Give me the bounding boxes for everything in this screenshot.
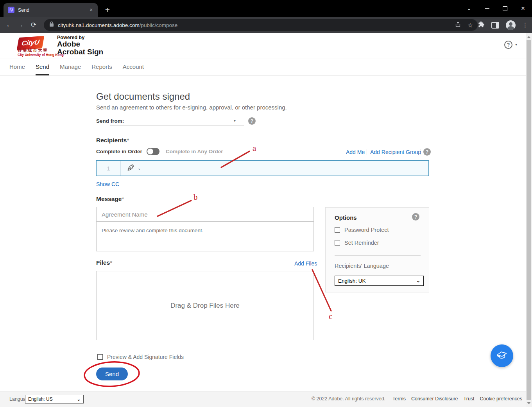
footer-language-select[interactable]: English: US ⌄ [25,395,84,403]
recipient-number: 1 [97,161,121,176]
set-reminder-label: Set Reminder [344,240,379,246]
forward-icon[interactable]: → [15,17,26,33]
footer-link-cookie-preferences[interactable]: Cookie preferences [480,396,522,402]
profile-avatar[interactable] [506,20,516,30]
add-recipient-group-link[interactable]: Add Recipient Group [370,149,421,155]
back-icon[interactable]: ← [4,17,15,33]
footer-link-trust[interactable]: Trust [464,396,475,402]
nav-item-manage[interactable]: Manage [60,59,81,75]
signer-pen-icon[interactable] [127,163,135,173]
nav-item-send[interactable]: Send [36,59,49,75]
show-cc-link[interactable]: Show CC [96,181,119,187]
required-asterisk: * [122,195,124,202]
order-toggle[interactable] [147,148,159,155]
new-tab-button[interactable]: + [102,4,113,15]
copyright-text: © 2022 Adobe. All rights reserved. [312,396,385,402]
cityu-logo-chinese: 香港城市大學 [18,48,48,53]
tab-close-icon[interactable]: ✕ [88,7,95,14]
recipients-label: Recipients* [96,137,129,144]
bookmark-star-icon[interactable]: ☆ [468,22,473,29]
help-icon[interactable]: ? [504,41,512,49]
required-asterisk: * [127,137,129,143]
send-from-dropdown[interactable]: ▾ [110,115,244,126]
password-protect-checkbox[interactable] [335,227,340,233]
acrobat-sign-brand: Acrobat Sign [57,48,103,56]
scrollbar-up-arrow[interactable] [527,36,531,38]
link-divider [421,149,421,155]
options-panel: Options ? Password Protect Set Reminder … [325,207,429,292]
extensions-puzzle-icon[interactable] [478,21,485,29]
options-help-icon[interactable]: ? [412,213,419,221]
preview-signature-label: Preview & Add Signature Fields [107,354,184,360]
complete-in-order-label: Complete in Order [96,149,142,154]
recipients-language-value: English: UK [338,278,366,284]
options-divider [335,255,421,256]
chevron-down-icon: ⌄ [77,397,81,402]
tutorial-button[interactable] [491,344,513,367]
dropzone-text: Drag & Drop Files Here [170,302,240,310]
message-textarea[interactable]: Please review and complete this document… [96,221,314,251]
agreement-name-input[interactable] [96,207,314,222]
nav-item-home[interactable]: Home [9,59,25,75]
reload-icon[interactable]: ⟳ [28,17,39,33]
header-divider [53,36,53,56]
side-panel-icon[interactable] [491,22,499,29]
footer-link-terms[interactable]: Terms [392,396,406,402]
nav-item-reports[interactable]: Reports [91,59,112,75]
set-reminder-row[interactable]: Set Reminder [335,240,379,246]
adobe-brand: Adobe [57,40,80,48]
kebab-menu-icon[interactable]: ⋮ [522,22,528,29]
close-button[interactable]: ✕ [514,0,532,17]
password-protect-row[interactable]: Password Protect [335,227,389,233]
page-subtitle: Send an agreement to others for e-signin… [96,104,287,111]
chevron-down-icon: ⌄ [416,278,420,283]
url-path: /public/compose [140,22,178,28]
tab-title: Send [18,7,88,13]
preview-signature-checkbox[interactable] [97,354,103,360]
lock-icon [49,22,54,29]
chevron-down-icon: ▾ [234,118,236,123]
annotation-label-a: a [253,143,256,153]
footer-link-consumer-disclosure[interactable]: Consumer Disclosure [411,396,458,402]
graduation-cap-icon [496,349,508,363]
send-button[interactable]: Send [96,368,128,380]
file-dropzone[interactable]: Drag & Drop Files Here [96,271,314,340]
address-bar[interactable]: cityuhk.na1.documents.adobe.com/public/c… [44,19,478,31]
help-caret-icon[interactable]: ▾ [515,42,517,47]
complete-any-order-label: Complete in Any Order [166,149,223,154]
set-reminder-checkbox[interactable] [335,240,340,246]
required-asterisk: * [110,259,112,266]
message-label: Message* [96,195,124,203]
recipient-row[interactable]: 1 ⌄ [96,160,429,176]
annotation-label-c: c [329,312,332,321]
password-protect-label: Password Protect [344,227,389,233]
send-from-help-icon[interactable]: ? [248,117,256,125]
browser-tab[interactable]: Send ✕ [4,3,98,17]
maximize-button[interactable] [496,0,514,17]
add-me-link[interactable]: Add Me [346,149,365,155]
nav-item-account[interactable]: Account [123,59,144,75]
recipients-help-icon[interactable]: ? [423,148,431,156]
page-title: Get documents signed [96,91,190,102]
options-title: Options [335,214,357,221]
page-footer: Language English: US ⌄ © 2022 Adobe. All… [0,391,526,407]
recipient-role-caret-icon[interactable]: ⌄ [138,166,141,170]
scrollbar-down-arrow[interactable] [527,402,531,404]
minimize-button[interactable] [478,0,496,17]
footer-language-value: English: US [28,396,53,402]
main-nav: Home Send Manage Reports Account [0,59,526,75]
window-controls: ⌄ ✕ [460,0,532,17]
powered-by-label: Powered by [57,35,84,40]
preview-signature-row[interactable]: Preview & Add Signature Fields [97,354,184,360]
scrollbar[interactable] [526,33,532,407]
share-icon[interactable] [455,21,461,29]
tab-search-icon[interactable]: ⌄ [460,0,478,17]
footer-links: © 2022 Adobe. All rights reserved. Terms… [312,396,522,402]
scrollbar-thumb[interactable] [527,40,531,400]
recipients-language-label: Recipients' Language [335,263,389,269]
recipients-language-select[interactable]: English: UK ⌄ [335,276,424,286]
link-divider [367,149,367,155]
add-files-link[interactable]: Add Files [294,260,317,267]
url-host: cityuhk.na1.documents.adobe.com [58,22,140,28]
annotation-label-b: b [193,192,198,202]
